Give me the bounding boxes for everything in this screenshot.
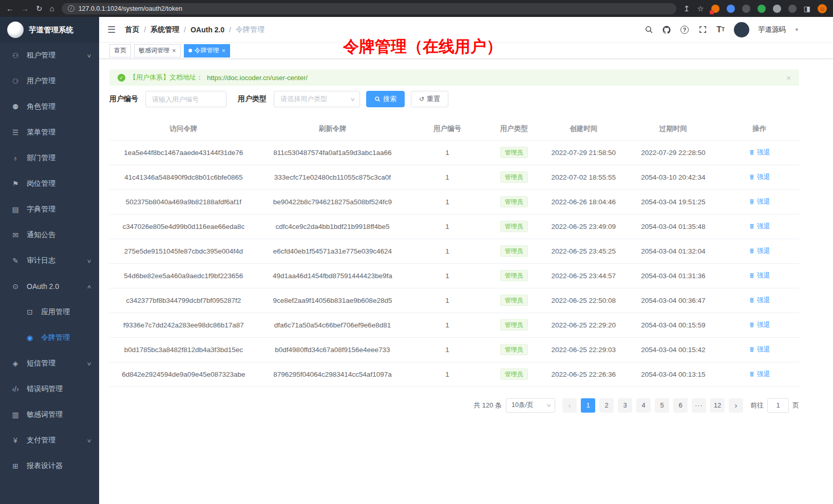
refresh-token-cell: be90422b8c7946218275a508bf524fc9: [258, 189, 407, 214]
sidebar-item-dict[interactable]: ▤字典管理: [0, 197, 99, 222]
page-button-12[interactable]: 12: [710, 398, 725, 413]
browser-profile-icon[interactable]: ☺: [818, 4, 827, 13]
home-icon[interactable]: ⌂: [50, 4, 54, 13]
sidebar-item-user[interactable]: ⚆用户管理: [0, 68, 99, 94]
help-icon[interactable]: ?: [680, 25, 689, 34]
close-icon[interactable]: ×: [222, 47, 226, 54]
site-info-icon[interactable]: i: [68, 5, 74, 12]
page-size-select[interactable]: 10条/页 ∨: [506, 398, 555, 413]
doc-link[interactable]: https://doc.iocoder.cn/user-center/: [207, 74, 308, 82]
goto-page-input[interactable]: [767, 398, 789, 413]
page-button-5[interactable]: 5: [655, 398, 669, 413]
trash-icon: [749, 322, 755, 328]
github-icon[interactable]: [662, 25, 671, 34]
side-panel-icon[interactable]: ◨: [804, 5, 810, 13]
sidebar-item-sms[interactable]: ◈短信管理∨: [0, 351, 99, 376]
page-button-2[interactable]: 2: [599, 398, 614, 413]
extension-icon[interactable]: [788, 5, 797, 13]
breadcrumb-item[interactable]: OAuth 2.0: [191, 26, 224, 34]
close-icon[interactable]: ×: [786, 73, 791, 82]
create-time-cell: 2022-07-29 21:58:50: [540, 140, 627, 165]
user-id-cell: 1: [407, 288, 487, 313]
search-button[interactable]: 搜索: [366, 91, 405, 107]
page-ellipsis[interactable]: ···: [692, 398, 706, 413]
page-button-6[interactable]: 6: [673, 398, 688, 413]
page-button-3[interactable]: 3: [618, 398, 632, 413]
sidebar-item-app[interactable]: ⊡应用管理: [0, 299, 99, 325]
chevron-down-icon[interactable]: ▼: [794, 27, 799, 32]
prev-page-button[interactable]: ‹: [562, 398, 577, 413]
breadcrumb-item[interactable]: 系统管理: [150, 25, 179, 34]
create-time-cell: 2022-06-25 22:50:08: [540, 288, 627, 313]
sidebar-item-sensitive[interactable]: ▥敏感词管理: [0, 402, 99, 428]
bookmark-star-icon[interactable]: ☆: [697, 4, 704, 13]
search-button-label: 搜索: [383, 94, 396, 104]
user-avatar[interactable]: [734, 22, 749, 37]
force-logout-button[interactable]: 强退: [749, 345, 770, 354]
sidebar-item-tenant[interactable]: ⚇租户管理∨: [0, 43, 99, 68]
hamburger-icon[interactable]: ☰: [107, 24, 116, 35]
url-bar[interactable]: i 127.0.0.1:1024/system/oauth2/token: [62, 3, 676, 14]
force-logout-button[interactable]: 强退: [749, 370, 770, 379]
force-logout-button[interactable]: 强退: [749, 197, 770, 206]
reload-icon[interactable]: ↻: [36, 4, 43, 13]
force-logout-button[interactable]: 强退: [749, 296, 770, 305]
extension-icon[interactable]: [711, 5, 720, 13]
extension-icon[interactable]: [727, 5, 735, 13]
access-token-cell: 1ea5e44f8bc1467aaede43144f31de76: [109, 140, 258, 165]
tab-令牌管理[interactable]: 令牌管理×: [184, 44, 231, 57]
next-page-button[interactable]: ›: [729, 398, 743, 413]
font-size-icon[interactable]: TT: [716, 25, 725, 34]
sidebar-item-label: 应用管理: [41, 307, 91, 317]
user-id-input[interactable]: [145, 91, 226, 107]
force-logout-label: 强退: [757, 222, 770, 231]
breadcrumb: 首页 / 系统管理 / OAuth 2.0 / 令牌管理: [125, 25, 264, 34]
username[interactable]: 芋道源码: [758, 25, 786, 34]
sidebar-item-oauth[interactable]: ⊙OAuth 2.0∧: [0, 274, 99, 299]
alert-text: 【用户体系】文档地址：: [129, 73, 203, 82]
action-cell: 强退: [720, 239, 799, 263]
reset-button[interactable]: ↺ 重置: [411, 91, 448, 107]
access-token-cell: f9336e7c7dd242a283ee98dc86b17a87: [109, 313, 258, 337]
sidebar-item-token[interactable]: ◉令牌管理: [0, 325, 99, 351]
user-type-select[interactable]: 请选择用户类型 ∨: [274, 91, 360, 107]
extension-icon[interactable]: [742, 5, 750, 13]
tab-首页[interactable]: 首页: [109, 44, 131, 57]
action-cell: 强退: [720, 189, 799, 214]
sidebar-item-report[interactable]: ⊞报表设计器: [0, 453, 99, 479]
close-icon[interactable]: ×: [172, 47, 176, 54]
forward-icon[interactable]: →: [21, 4, 29, 13]
sidebar-item-pay[interactable]: ¥支付管理∨: [0, 428, 99, 453]
report-icon: ⊞: [10, 462, 21, 470]
fullscreen-icon[interactable]: [698, 25, 707, 34]
app-title: 芋道管理系统: [29, 25, 73, 35]
sidebar-item-post[interactable]: ⚑岗位管理: [0, 171, 99, 197]
user-id-cell: 1: [407, 239, 487, 263]
force-logout-button[interactable]: 强退: [749, 320, 770, 329]
sidebar-item-notice[interactable]: ✉通知公告: [0, 222, 99, 248]
force-logout-button[interactable]: 强退: [749, 222, 770, 231]
pay-icon: ¥: [10, 436, 21, 444]
force-logout-button[interactable]: 强退: [749, 172, 770, 182]
page-button-4[interactable]: 4: [636, 398, 651, 413]
page-button-1[interactable]: 1: [581, 398, 595, 413]
user-type-badge: 管理员: [500, 344, 528, 355]
extension-icon[interactable]: [758, 5, 766, 13]
extensions-puzzle-icon[interactable]: [773, 5, 781, 13]
sidebar-item-menu[interactable]: ☰菜单管理: [0, 120, 99, 145]
force-logout-button[interactable]: 强退: [749, 271, 770, 280]
sidebar-item-errcode[interactable]: ‹/›错误码管理: [0, 376, 99, 402]
share-icon[interactable]: ↥: [684, 4, 690, 13]
force-logout-button[interactable]: 强退: [749, 246, 770, 256]
app-logo[interactable]: 芋道管理系统: [0, 17, 99, 43]
sidebar-item-dept[interactable]: ♁部门管理: [0, 145, 99, 171]
tab-敏感词管理[interactable]: 敏感词管理×: [134, 44, 181, 57]
sidebar-item-audit[interactable]: ✎审计日志∨: [0, 248, 99, 274]
user-id-label: 用户编号: [109, 94, 138, 104]
sidebar-item-role[interactable]: ⚉角色管理: [0, 94, 99, 120]
search-icon[interactable]: [644, 25, 653, 34]
breadcrumb-item[interactable]: 首页: [125, 25, 139, 34]
back-icon[interactable]: ←: [6, 4, 14, 13]
user-id-cell: 1: [407, 189, 487, 214]
force-logout-button[interactable]: 强退: [749, 148, 770, 157]
